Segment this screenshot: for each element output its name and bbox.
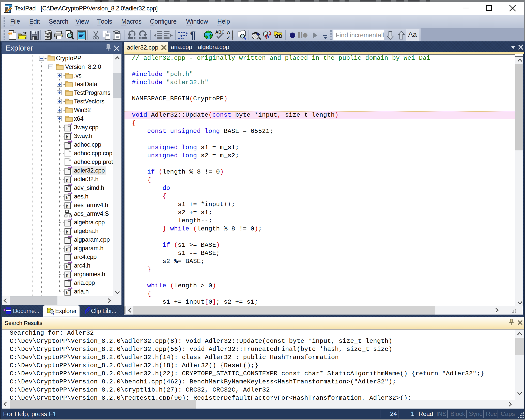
svg-text:h: h (66, 247, 68, 252)
svg-text:h: h (66, 186, 68, 191)
svg-text:h: h (66, 195, 68, 200)
svg-text:++: ++ (68, 175, 72, 178)
svg-text:h: h (66, 135, 68, 139)
svg-text:++: ++ (68, 253, 72, 256)
svg-text:++: ++ (68, 183, 72, 187)
svg-text:h: h (66, 264, 68, 269)
svg-text:++: ++ (68, 235, 72, 239)
svg-text:h: h (66, 178, 68, 183)
svg-text:++: ++ (68, 227, 72, 230)
svg-text:++: ++ (68, 140, 72, 144)
svg-text:++: ++ (68, 244, 72, 247)
svg-text:ABC: ABC (215, 30, 224, 35)
svg-text:h: h (66, 290, 68, 295)
svg-text:++: ++ (68, 201, 72, 204)
svg-text:h: h (66, 273, 68, 278)
svg-text:++: ++ (68, 287, 72, 290)
svg-text:A: A (227, 30, 230, 35)
svg-text:++: ++ (68, 278, 72, 282)
svg-text:Z: Z (227, 35, 230, 40)
svg-text:++: ++ (68, 123, 72, 126)
svg-text:++: ++ (68, 261, 72, 265)
svg-text:h: h (66, 230, 68, 235)
svg-text:++: ++ (68, 132, 72, 135)
svg-text:h: h (66, 204, 68, 209)
svg-text:++: ++ (68, 270, 72, 273)
svg-text:++: ++ (68, 192, 72, 195)
svg-text:++: ++ (68, 166, 72, 169)
svg-text:++: ++ (68, 218, 72, 221)
